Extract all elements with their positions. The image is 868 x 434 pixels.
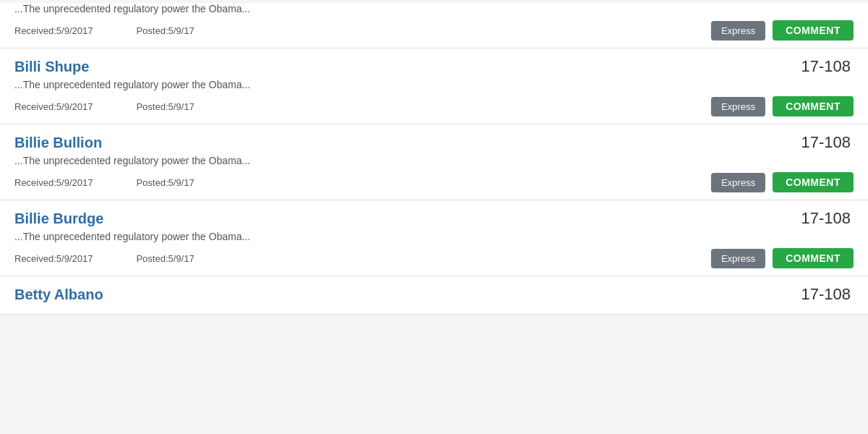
item-actions-partial: Express COMMENT <box>711 20 854 41</box>
item-bottom-partial: Received:5/9/2017 Posted:5/9/17 Express … <box>14 20 854 41</box>
list-item-2: Billie Burdge 17-108 ...The unprecedente… <box>0 200 868 276</box>
item-actions-2: Express COMMENT <box>711 248 854 268</box>
item-top-1: Billie Bullion 17-108 <box>14 133 854 152</box>
received-2: Received:5/9/2017 <box>14 253 93 264</box>
item-meta-1: Received:5/9/2017 Posted:5/9/17 <box>14 177 195 188</box>
item-top-3: Betty Albano 17-108 <box>14 285 854 304</box>
item-name-3[interactable]: Betty Albano <box>14 286 103 303</box>
item-excerpt-1: ...The unprecedented regulatory power th… <box>14 155 854 166</box>
posted-1: Posted:5/9/17 <box>136 177 194 188</box>
received-partial: Received:5/9/2017 <box>14 25 93 36</box>
item-meta-partial: Received:5/9/2017 Posted:5/9/17 <box>14 25 195 36</box>
item-id-1: 17-108 <box>801 133 851 152</box>
list-item-0: Billi Shupe 17-108 ...The unprecedented … <box>0 48 868 124</box>
item-top-0: Billi Shupe 17-108 <box>14 57 854 76</box>
item-id-3: 17-108 <box>801 285 851 304</box>
item-name-2[interactable]: Billie Burdge <box>14 210 103 227</box>
express-button-2[interactable]: Express <box>711 249 765 268</box>
comment-button-partial[interactable]: COMMENT <box>773 20 854 41</box>
item-bottom-0: Received:5/9/2017 Posted:5/9/17 Express … <box>14 96 854 116</box>
item-name-0[interactable]: Billi Shupe <box>14 59 89 75</box>
item-excerpt-2: ...The unprecedented regulatory power th… <box>14 231 854 242</box>
express-button-0[interactable]: Express <box>711 97 765 116</box>
item-excerpt-partial: ...The unprecedented regulatory power th… <box>14 3 854 14</box>
received-1: Received:5/9/2017 <box>14 177 93 188</box>
received-0: Received:5/9/2017 <box>14 101 93 112</box>
list-item-partial: ...The unprecedented regulatory power th… <box>0 3 868 48</box>
item-id-0: 17-108 <box>801 57 851 76</box>
posted-partial: Posted:5/9/17 <box>136 25 194 36</box>
item-meta-0: Received:5/9/2017 Posted:5/9/17 <box>14 101 195 112</box>
express-button-1[interactable]: Express <box>711 173 765 192</box>
item-actions-0: Express COMMENT <box>711 96 854 116</box>
item-bottom-2: Received:5/9/2017 Posted:5/9/17 Express … <box>14 248 854 268</box>
comment-button-0[interactable]: COMMENT <box>773 96 854 116</box>
item-bottom-1: Received:5/9/2017 Posted:5/9/17 Express … <box>14 172 854 192</box>
item-id-2: 17-108 <box>801 209 851 228</box>
item-name-1[interactable]: Billie Bullion <box>14 135 102 151</box>
item-meta-2: Received:5/9/2017 Posted:5/9/17 <box>14 253 195 264</box>
express-button-partial[interactable]: Express <box>711 21 765 41</box>
item-excerpt-0: ...The unprecedented regulatory power th… <box>14 79 854 90</box>
item-top-2: Billie Burdge 17-108 <box>14 209 854 228</box>
posted-2: Posted:5/9/17 <box>136 253 194 264</box>
comment-button-1[interactable]: COMMENT <box>773 172 854 192</box>
list-item-1: Billie Bullion 17-108 ...The unprecedent… <box>0 124 868 200</box>
results-list: ...The unprecedented regulatory power th… <box>0 3 868 315</box>
list-item-3: Betty Albano 17-108 <box>0 276 868 315</box>
posted-0: Posted:5/9/17 <box>136 101 194 112</box>
comment-button-2[interactable]: COMMENT <box>773 248 854 268</box>
item-actions-1: Express COMMENT <box>711 172 854 192</box>
